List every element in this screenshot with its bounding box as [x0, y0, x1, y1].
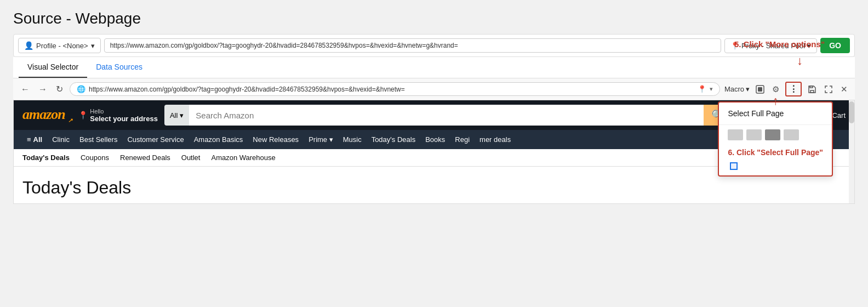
back-button[interactable]: ← — [19, 83, 32, 95]
nav-item-prime[interactable]: Prime ▾ — [304, 133, 338, 146]
macro-button[interactable]: Macro ▾ — [724, 85, 750, 93]
search-input[interactable] — [189, 105, 703, 126]
nav-item-regi[interactable]: Regi — [450, 133, 474, 146]
selector-button[interactable] — [754, 83, 766, 95]
chevron-down-icon: ▾ — [180, 111, 184, 120]
browser-url-text: https://www.amazon.com/gp/goldbox/?tag=g… — [89, 86, 694, 93]
amazon-logo: amazon ↗ — [22, 106, 72, 123]
nav-item-todays-deals[interactable]: Today's Deals — [367, 133, 420, 146]
refresh-button[interactable]: ↻ — [54, 83, 65, 95]
browser-url-bar[interactable]: 🌐 https://www.amazon.com/gp/goldbox/?tag… — [70, 82, 720, 96]
svg-rect-1 — [758, 87, 762, 92]
nav-item-amer-deals[interactable]: mer deals — [475, 133, 515, 146]
tab-data-sources[interactable]: Data Sources — [87, 57, 151, 78]
svg-rect-3 — [810, 86, 813, 88]
hamburger-icon: ≡ — [27, 135, 31, 144]
browser-toolbar: ← → ↻ 🌐 https://www.amazon.com/gp/goldbo… — [13, 78, 855, 100]
select-full-page-label: Select Full Page — [728, 109, 784, 118]
nav-item-clinic[interactable]: Clinic — [48, 133, 74, 146]
expand-button[interactable] — [823, 83, 835, 95]
location-pin-icon: 📍 — [698, 85, 706, 93]
tabs-row: Visual Selector Data Sources — [13, 57, 855, 78]
close-button[interactable]: ✕ — [839, 83, 849, 96]
select-full-page-popup: ↑ Select Full Page 6. Click "Select Full… — [718, 101, 833, 177]
hello-text: Hello — [90, 108, 158, 115]
instruction-5-arrow: ↓ — [797, 54, 803, 68]
nav-item-customer-service[interactable]: Customer Service — [123, 133, 188, 146]
popup-icon-3 — [765, 129, 780, 140]
popup-icons-row — [719, 124, 832, 145]
instruction-5-text: 5. Click "More options" — [734, 39, 825, 49]
all-label: All — [170, 111, 178, 120]
scroll-bar[interactable] — [849, 100, 854, 203]
address-section[interactable]: 📍 Hello Select your address — [78, 108, 158, 123]
profile-button[interactable]: 👤 Profile - <None> ▾ — [18, 38, 101, 53]
nav-all-label: All — [33, 135, 43, 144]
nav-item-books[interactable]: Books — [421, 133, 449, 146]
go-button[interactable]: GO — [820, 38, 850, 53]
user-icon: 👤 — [24, 41, 33, 50]
url-input[interactable]: https://www.amazon.com/gp/goldbox/?tag=g… — [104, 38, 721, 53]
subnav-renewed-deals[interactable]: Renewed Deals — [120, 154, 170, 162]
forward-button[interactable]: → — [36, 83, 49, 95]
profile-label: Profile - <None> — [36, 42, 88, 50]
cart-label: Cart — [832, 111, 846, 120]
subnav-outlet[interactable]: Outlet — [181, 154, 201, 162]
chevron-down-icon: ▾ — [710, 86, 713, 93]
popup-arrow: ↑ — [773, 94, 779, 108]
popup-icon-1 — [728, 129, 743, 140]
nav-item-best-sellers[interactable]: Best Sellers — [75, 133, 122, 146]
nav-item-amazon-basics[interactable]: Amazon Basics — [190, 133, 248, 146]
location-pin-icon: 📍 — [78, 111, 88, 120]
page-title: Source - Webpage — [0, 0, 868, 34]
chevron-down-icon: ▾ — [746, 85, 750, 93]
browser-toolbar-right: Macro ▾ ⚙ ⋮ ✕ — [724, 82, 849, 96]
nav-all-button[interactable]: ≡ All — [22, 133, 47, 146]
subnav-amazon-warehouse[interactable]: Amazon Warehouse — [211, 154, 275, 162]
nav-item-music[interactable]: Music — [339, 133, 366, 146]
nav-item-new-releases[interactable]: New Releases — [248, 133, 303, 146]
globe-icon: 🌐 — [77, 85, 85, 93]
top-toolbar: 👤 Profile - <None> ▾ https://www.amazon.… — [13, 34, 855, 57]
subnav-coupons[interactable]: Coupons — [81, 154, 109, 162]
amazon-logo-text: amazon — [22, 106, 65, 122]
scroll-thumb[interactable] — [849, 101, 854, 123]
search-bar: All ▾ 🔍 — [164, 105, 731, 126]
more-options-button[interactable]: ⋮ — [785, 82, 802, 96]
popup-icon-4 — [784, 129, 799, 140]
tab-visual-selector[interactable]: Visual Selector — [19, 57, 87, 78]
search-category-button[interactable]: All ▾ — [164, 105, 189, 126]
chevron-down-icon: ▾ — [91, 42, 95, 50]
popup-checkbox[interactable] — [730, 162, 738, 170]
subnav-todays-deals[interactable]: Today's Deals — [22, 154, 70, 162]
svg-rect-2 — [810, 90, 814, 93]
save-button[interactable] — [806, 83, 818, 95]
instruction-6-text: 6. Click "Select Full Page" — [719, 145, 832, 162]
select-address-text: Select your address — [90, 115, 158, 123]
popup-icon-2 — [746, 129, 762, 140]
macro-label: Macro — [724, 85, 744, 93]
